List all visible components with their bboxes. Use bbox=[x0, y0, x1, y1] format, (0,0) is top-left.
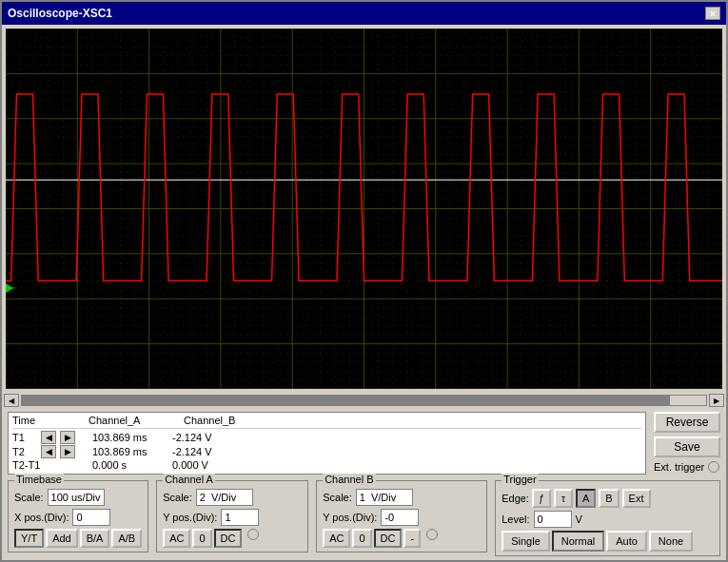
cha-dc-button[interactable]: DC bbox=[214, 529, 243, 548]
main-window: Oscilloscope-XSC1 × ◀ ▶ Time Channel_A C… bbox=[0, 0, 728, 562]
scroll-right-button[interactable]: ▶ bbox=[709, 394, 724, 407]
chb-dc-button[interactable]: DC bbox=[374, 529, 403, 548]
chb-radio[interactable] bbox=[426, 529, 438, 540]
t1-time: 103.869 ms bbox=[89, 432, 165, 443]
ext-trigger-radio[interactable] bbox=[708, 461, 719, 473]
t2-cha: -2.124 V bbox=[165, 446, 260, 457]
chb-ac-button[interactable]: AC bbox=[323, 529, 350, 548]
t2t1-cha: 0.000 V bbox=[165, 459, 260, 471]
window-title: Oscilloscope-XSC1 bbox=[8, 7, 112, 20]
ext-trigger-label: Ext. trigger bbox=[654, 461, 704, 473]
t1-row: T1 ◀ ▶ 103.869 ms -2.124 V bbox=[12, 431, 641, 444]
cha-scale-input[interactable] bbox=[196, 489, 253, 506]
chb-scale-input[interactable] bbox=[356, 489, 413, 506]
cha-ypos-input[interactable] bbox=[221, 509, 259, 526]
trigger-falling-button[interactable]: τ bbox=[554, 489, 573, 508]
trigger-cha-button[interactable]: A bbox=[576, 489, 596, 508]
chb-ypos-label: Y pos.(Div): bbox=[323, 512, 377, 523]
scroll-thumb[interactable] bbox=[669, 395, 707, 406]
t2t1-row: T2-T1 0.000 s 0.000 V bbox=[12, 459, 641, 471]
cha-ypos-label: Y pos.(Div): bbox=[163, 512, 217, 523]
cha-ypos-row: Y pos.(Div): bbox=[163, 509, 302, 526]
t2-time: 103.869 ms bbox=[89, 446, 165, 457]
cha-scale-label: Scale: bbox=[163, 492, 192, 503]
channel-b-title: Channel B bbox=[323, 474, 375, 485]
trigger-level-row: Level: V bbox=[502, 511, 714, 528]
cha-coupling-buttons: AC 0 DC bbox=[163, 529, 302, 548]
t1-cha: -2.124 V bbox=[165, 432, 260, 443]
trigger-edge-label: Edge: bbox=[502, 493, 529, 504]
t2-label: T2 bbox=[12, 446, 41, 457]
chb-scale-row: Scale: bbox=[323, 489, 481, 506]
chb-ypos-input[interactable] bbox=[381, 509, 419, 526]
t1-prev-button[interactable]: ◀ bbox=[41, 431, 56, 444]
chb-zero-button[interactable]: 0 bbox=[352, 529, 371, 548]
timebase-section: Timebase Scale: X pos.(Div): Y/T Add B/A bbox=[8, 480, 148, 552]
timebase-title: Timebase bbox=[14, 474, 64, 485]
cha-ac-button[interactable]: AC bbox=[163, 529, 190, 548]
meas-header: Time Channel_A Channel_B bbox=[12, 415, 641, 429]
t2-prev-button[interactable]: ◀ bbox=[41, 445, 56, 458]
t2t1-time: 0.000 s bbox=[89, 459, 165, 471]
t1-label: T1 bbox=[12, 432, 41, 443]
measurements-row: Time Channel_A Channel_B T1 ◀ ▶ 103.869 … bbox=[8, 412, 720, 475]
close-button[interactable]: × bbox=[705, 7, 720, 20]
trigger-level-input[interactable] bbox=[534, 511, 572, 528]
channel-a-section: Channel A Scale: Y pos.(Div): AC 0 DC bbox=[156, 480, 308, 552]
ext-trigger-row: Ext. trigger bbox=[654, 461, 720, 473]
chb-scale-label: Scale: bbox=[323, 492, 352, 503]
scroll-left-button[interactable]: ◀ bbox=[4, 394, 19, 407]
chb-header: Channel_B bbox=[184, 415, 279, 426]
cha-header: Channel_A bbox=[89, 415, 184, 426]
trigger-normal-button[interactable]: Normal bbox=[552, 531, 604, 552]
yt-button[interactable]: Y/T bbox=[14, 529, 44, 548]
t2t1-label: T2-T1 bbox=[12, 459, 89, 471]
trigger-auto-button[interactable]: Auto bbox=[606, 531, 647, 552]
trigger-rising-button[interactable]: ƒ bbox=[532, 489, 551, 508]
trigger-none-button[interactable]: None bbox=[649, 531, 693, 552]
trigger-edge-row: Edge: ƒ τ A B Ext bbox=[502, 489, 714, 508]
timebase-scale-row: Scale: bbox=[14, 489, 142, 506]
t1-next-button[interactable]: ▶ bbox=[60, 431, 75, 444]
trigger-ext-button[interactable]: Ext bbox=[622, 489, 651, 508]
oscilloscope-display bbox=[6, 29, 722, 389]
trigger-title: Trigger bbox=[502, 474, 538, 485]
timebase-mode-buttons: Y/T Add B/A A/B bbox=[14, 529, 142, 548]
timebase-scale-input[interactable] bbox=[48, 489, 105, 506]
channel-a-title: Channel A bbox=[163, 474, 215, 485]
trigger-level-unit: V bbox=[576, 514, 582, 525]
ba-button[interactable]: B/A bbox=[80, 529, 110, 548]
right-buttons: Reverse Save Ext. trigger bbox=[654, 412, 720, 473]
chb-coupling-buttons: AC 0 DC - bbox=[323, 529, 481, 548]
trigger-single-button[interactable]: Single bbox=[502, 531, 550, 552]
timebase-scale-label: Scale: bbox=[14, 492, 44, 503]
reverse-button[interactable]: Reverse bbox=[654, 412, 720, 433]
add-button[interactable]: Add bbox=[46, 529, 78, 548]
timebase-xpos-input[interactable] bbox=[72, 509, 110, 526]
trigger-level-label: Level: bbox=[502, 514, 529, 525]
timebase-xpos-row: X pos.(Div): bbox=[14, 509, 142, 526]
trigger-mode-buttons: Single Normal Auto None bbox=[502, 531, 714, 552]
waveform-canvas bbox=[6, 29, 722, 389]
trigger-chb-button[interactable]: B bbox=[599, 489, 619, 508]
cha-scale-row: Scale: bbox=[163, 489, 302, 506]
chb-minus-button[interactable]: - bbox=[403, 529, 421, 548]
trigger-section: Trigger Edge: ƒ τ A B Ext Level: V bbox=[495, 480, 720, 556]
chb-ypos-row: Y pos.(Div): bbox=[323, 509, 481, 526]
controls-area: Time Channel_A Channel_B T1 ◀ ▶ 103.869 … bbox=[2, 408, 726, 560]
ab-button[interactable]: A/B bbox=[111, 529, 142, 548]
time-header: Time bbox=[12, 415, 89, 426]
title-bar: Oscilloscope-XSC1 × bbox=[2, 2, 726, 25]
timebase-xpos-label: X pos.(Div): bbox=[14, 512, 69, 523]
channel-b-section: Channel B Scale: Y pos.(Div): AC 0 DC bbox=[316, 480, 487, 552]
cha-zero-button[interactable]: 0 bbox=[192, 529, 211, 548]
bottom-sections: Timebase Scale: X pos.(Div): Y/T Add B/A bbox=[8, 480, 720, 556]
t2-row: T2 ◀ ▶ 103.869 ms -2.124 V bbox=[12, 445, 641, 458]
measurements-table: Time Channel_A Channel_B T1 ◀ ▶ 103.869 … bbox=[8, 412, 646, 475]
t2-next-button[interactable]: ▶ bbox=[60, 445, 75, 458]
cha-radio[interactable] bbox=[247, 529, 259, 540]
scroll-track[interactable] bbox=[21, 395, 707, 406]
horizontal-scrollbar: ◀ ▶ bbox=[2, 393, 726, 408]
save-button[interactable]: Save bbox=[654, 436, 720, 457]
